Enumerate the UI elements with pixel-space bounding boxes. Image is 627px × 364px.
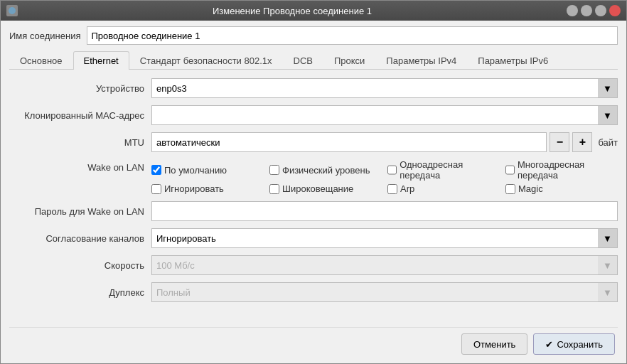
channel-negotiation-label: Согласование каналов	[9, 233, 151, 244]
wake-on-lan-password-input[interactable]	[151, 201, 618, 221]
wol-physical-checkbox[interactable]	[269, 165, 279, 175]
channel-negotiation-row: Согласование каналов ▼	[9, 228, 618, 248]
wol-physical-item[interactable]: Физический уровень	[269, 159, 382, 181]
speed-label: Скорость	[9, 260, 151, 271]
titlebar: Изменение Проводное соединение 1 ▲ ■ ↺ ✕	[1, 1, 626, 21]
duplex-label: Дуплекс	[9, 287, 151, 298]
wol-broadcast-item[interactable]: Широковещание	[269, 183, 382, 194]
wol-unicast-label: Одноадресная передача	[400, 159, 500, 181]
wol-multicast-item[interactable]: Многоадресная передача	[505, 159, 618, 181]
cloned-mac-row: Клонированный МАС-адрес ▼	[9, 105, 618, 125]
wake-on-lan-row: Wake on LAN По умолчанию Физический уров…	[9, 159, 618, 194]
wol-broadcast-checkbox[interactable]	[269, 184, 279, 194]
refresh-button[interactable]: ↺	[595, 5, 606, 16]
channel-negotiation-input[interactable]	[151, 228, 618, 248]
wol-broadcast-label: Широковещание	[282, 183, 353, 194]
wol-multicast-checkbox[interactable]	[505, 165, 515, 175]
mtu-plus-button[interactable]: +	[572, 132, 592, 152]
mtu-row: MTU − + байт	[9, 132, 618, 152]
wol-physical-label: Физический уровень	[282, 165, 370, 176]
connection-name-row: Имя соединения	[9, 26, 618, 45]
window-title: Изменение Проводное соединение 1	[18, 6, 567, 16]
wol-unicast-checkbox[interactable]	[387, 165, 397, 175]
wol-multicast-label: Многоадресная передача	[518, 159, 618, 181]
tab-ipv6[interactable]: Параметры IPv6	[467, 51, 559, 70]
tab-basic[interactable]: Основное	[9, 51, 73, 70]
mtu-label: MTU	[9, 137, 151, 148]
wol-unicast-item[interactable]: Одноадресная передача	[387, 159, 500, 181]
app-icon	[6, 5, 18, 16]
mtu-minus-button[interactable]: −	[550, 132, 569, 152]
connection-name-input[interactable]	[87, 26, 618, 45]
cloned-mac-wrapper: ▼	[151, 105, 618, 125]
footer: Отменить ✔ Сохранить	[9, 327, 618, 358]
cloned-mac-input[interactable]	[151, 105, 618, 125]
device-control: ▼	[151, 78, 618, 98]
tab-dcb[interactable]: DCB	[283, 51, 323, 70]
save-button[interactable]: ✔ Сохранить	[533, 333, 615, 355]
connection-name-label: Имя соединения	[9, 31, 81, 41]
wol-ignore-item[interactable]: Игнорировать	[151, 183, 264, 194]
wol-magic-item[interactable]: Magic	[505, 183, 618, 194]
wol-arp-checkbox[interactable]	[387, 184, 397, 194]
cloned-mac-control: ▼	[151, 105, 618, 125]
duplex-input	[151, 282, 618, 302]
mtu-input-row: − + байт	[151, 132, 618, 152]
wake-on-lan-checkboxes: По умолчанию Физический уровень Одноадре…	[151, 159, 618, 194]
tab-proxy[interactable]: Прокси	[323, 51, 375, 70]
titlebar-left	[6, 5, 18, 16]
wol-arp-label: Arp	[400, 183, 414, 194]
wake-on-lan-password-row: Пароль для Wake on LAN	[9, 201, 618, 221]
save-icon: ✔	[545, 339, 553, 350]
wol-magic-label: Magic	[518, 183, 543, 194]
form-area: Устройство ▼ Клонированный МАС-адрес ▼	[9, 78, 618, 324]
wol-default-item[interactable]: По умолчанию	[151, 159, 264, 181]
wol-default-label: По умолчанию	[164, 165, 227, 176]
tab-ipv4[interactable]: Параметры IPv4	[375, 51, 467, 70]
wol-magic-checkbox[interactable]	[505, 184, 515, 194]
close-button[interactable]: ✕	[609, 5, 621, 16]
wake-on-lan-label: Wake on LAN	[9, 159, 151, 173]
wol-default-checkbox[interactable]	[151, 165, 161, 175]
wol-ignore-checkbox[interactable]	[151, 184, 161, 194]
device-label: Устройство	[9, 83, 151, 94]
mtu-unit: байт	[598, 137, 618, 148]
duplex-control: ▼	[151, 282, 618, 302]
mtu-input[interactable]	[151, 132, 547, 152]
minimize-button[interactable]: ▲	[567, 5, 578, 16]
svg-point-0	[9, 7, 16, 14]
channel-negotiation-control: ▼	[151, 228, 618, 248]
cloned-mac-label: Клонированный МАС-адрес	[9, 110, 151, 121]
tabs-bar: Основное Ethernet Стандарт безопасности …	[9, 50, 618, 70]
tab-security[interactable]: Стандарт безопасности 802.1x	[129, 51, 283, 70]
duplex-select-wrapper: ▼	[151, 282, 618, 302]
cancel-button[interactable]: Отменить	[461, 333, 527, 355]
device-row: Устройство ▼	[9, 78, 618, 98]
save-label: Сохранить	[557, 339, 603, 350]
mtu-control: − + байт	[151, 132, 618, 152]
speed-select-wrapper: ▼	[151, 255, 618, 275]
wake-on-lan-control: По умолчанию Физический уровень Одноадре…	[151, 159, 618, 194]
wol-ignore-label: Игнорировать	[164, 183, 224, 194]
channel-negotiation-select-wrapper: ▼	[151, 228, 618, 248]
wake-on-lan-password-label: Пароль для Wake on LAN	[9, 206, 151, 217]
speed-row: Скорость ▼	[9, 255, 618, 275]
maximize-button[interactable]: ■	[581, 5, 592, 16]
device-input[interactable]	[151, 78, 618, 98]
main-window: Изменение Проводное соединение 1 ▲ ■ ↺ ✕…	[0, 0, 627, 364]
wol-arp-item[interactable]: Arp	[387, 183, 500, 194]
tab-ethernet[interactable]: Ethernet	[73, 51, 129, 70]
titlebar-controls: ▲ ■ ↺ ✕	[567, 5, 621, 16]
device-select-wrapper: ▼	[151, 78, 618, 98]
main-content: Имя соединения Основное Ethernet Стандар…	[1, 21, 626, 363]
wake-on-lan-password-control	[151, 201, 618, 221]
duplex-row: Дуплекс ▼	[9, 282, 618, 302]
speed-input	[151, 255, 618, 275]
speed-control: ▼	[151, 255, 618, 275]
